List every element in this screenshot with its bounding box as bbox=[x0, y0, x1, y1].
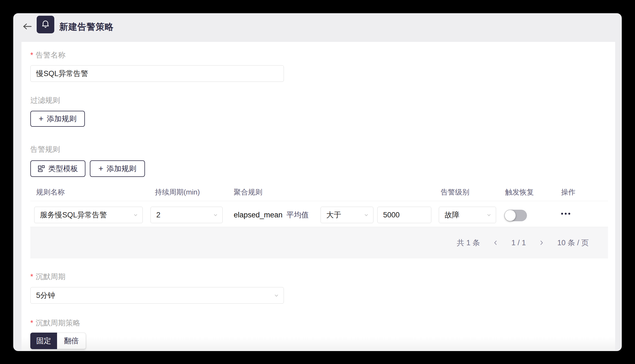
chevron-down-icon bbox=[212, 212, 219, 218]
policy-option-double[interactable]: 翻倍 bbox=[57, 333, 86, 349]
back-button[interactable] bbox=[21, 20, 34, 33]
alert-policy-badge bbox=[37, 16, 54, 33]
chevron-down-icon bbox=[486, 212, 492, 218]
table-pagination: 共 1 条 1 / 1 10 条 / 页 bbox=[30, 227, 608, 258]
back-arrow-icon bbox=[22, 22, 33, 31]
add-filter-rule-button[interactable]: + 添加规则 bbox=[30, 111, 85, 127]
column-header-aggregation: 聚合规则 bbox=[234, 187, 262, 197]
column-header-duration: 持续周期(min) bbox=[155, 187, 200, 197]
pagination-page-size-select[interactable]: 10 条 / 页 bbox=[557, 238, 589, 248]
plus-icon: + bbox=[39, 115, 44, 123]
silence-policy-label: *沉默周期策略 bbox=[30, 318, 80, 328]
pagination-next-button[interactable] bbox=[538, 239, 545, 246]
chevron-down-icon bbox=[273, 292, 280, 299]
plus-icon: + bbox=[98, 165, 103, 173]
threshold-input[interactable] bbox=[377, 207, 431, 223]
chevron-down-icon bbox=[132, 212, 139, 218]
filter-rules-label: 过滤规则 bbox=[30, 95, 60, 105]
more-actions-button[interactable] bbox=[559, 211, 572, 216]
column-header-rule-name: 规则名称 bbox=[36, 187, 65, 197]
silence-policy-segmented: 固定 翻倍 bbox=[30, 333, 86, 349]
operator-select[interactable]: 大于 bbox=[321, 207, 373, 223]
column-header-level: 告警级别 bbox=[441, 187, 469, 197]
pagination-current-page: 1 / 1 bbox=[511, 239, 526, 247]
screen: 新建告警策略 *告警名称 过滤规则 + 添加规则 告警规则 bbox=[0, 0, 635, 364]
new-alert-policy-page: 新建告警策略 *告警名称 过滤规则 + 添加规则 告警规则 bbox=[13, 13, 622, 351]
alert-name-label: *告警名称 bbox=[30, 50, 66, 60]
chevron-down-icon bbox=[363, 212, 370, 218]
aggregation-rule-text: elapsed_mean平均值 bbox=[234, 207, 309, 223]
column-header-trigger-recovery: 触发恢复 bbox=[505, 187, 534, 197]
silence-period-select[interactable]: 5分钟 bbox=[30, 287, 284, 304]
required-asterisk: * bbox=[30, 273, 33, 281]
rule-name-select[interactable]: 服务慢SQL异常告警 bbox=[34, 207, 143, 223]
policy-option-fixed[interactable]: 固定 bbox=[30, 333, 57, 349]
alert-rules-label: 告警规则 bbox=[30, 144, 60, 154]
column-header-actions: 操作 bbox=[561, 187, 575, 197]
table-header-divider bbox=[30, 201, 608, 201]
add-alert-rule-button[interactable]: + 添加规则 bbox=[90, 160, 145, 177]
template-icon bbox=[38, 165, 45, 172]
trigger-recovery-toggle[interactable] bbox=[504, 210, 527, 221]
ellipsis-icon bbox=[561, 213, 563, 215]
pagination-total: 共 1 条 bbox=[457, 238, 480, 248]
bell-icon bbox=[41, 20, 50, 29]
duration-select[interactable]: 2 bbox=[150, 207, 223, 223]
level-select[interactable]: 故障 bbox=[439, 207, 496, 223]
form-panel: *告警名称 过滤规则 + 添加规则 告警规则 类型模板 bbox=[21, 42, 615, 351]
required-asterisk: * bbox=[30, 51, 33, 59]
page-title: 新建告警策略 bbox=[59, 20, 114, 34]
toggle-knob bbox=[505, 210, 516, 221]
type-template-button[interactable]: 类型模板 bbox=[30, 160, 85, 177]
alert-name-input[interactable] bbox=[30, 65, 284, 82]
required-asterisk: * bbox=[30, 319, 33, 327]
pagination-prev-button[interactable] bbox=[492, 239, 499, 246]
silence-period-label: *沉默周期 bbox=[30, 272, 66, 282]
